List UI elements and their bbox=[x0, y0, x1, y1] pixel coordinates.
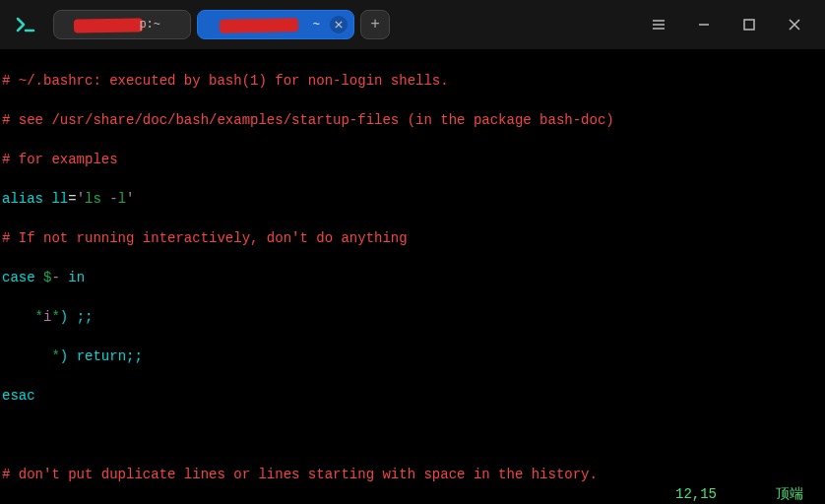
code-glob: * bbox=[51, 309, 59, 325]
code-semi: ;; bbox=[77, 309, 94, 325]
tab-suffix: p:~ bbox=[139, 18, 160, 32]
tab-inactive[interactable]: p:~ bbox=[53, 10, 191, 39]
menu-icon[interactable] bbox=[650, 16, 667, 33]
code-quote: ' bbox=[77, 191, 85, 207]
svg-rect-0 bbox=[744, 20, 754, 30]
code-keyword: esac bbox=[2, 388, 35, 404]
cursor-position: 12,15 bbox=[675, 484, 717, 504]
window-controls bbox=[650, 16, 817, 33]
code-keyword: case bbox=[2, 270, 35, 285]
code-op: = bbox=[68, 191, 76, 207]
tab-suffix: ~ bbox=[313, 18, 320, 32]
titlebar: p:~ ~ + bbox=[0, 0, 825, 49]
app-icon bbox=[8, 7, 43, 42]
plus-icon: + bbox=[370, 16, 380, 33]
code-paren: ) bbox=[60, 309, 68, 325]
tab-active[interactable]: ~ bbox=[197, 10, 354, 39]
code-comment: # see /usr/share/doc/bash/examples/start… bbox=[2, 112, 614, 128]
code-cmd: ls bbox=[85, 191, 101, 207]
tabs-container: p:~ ~ + bbox=[53, 10, 390, 39]
terminal-content[interactable]: # ~/.bashrc: executed by bash(1) for non… bbox=[0, 49, 825, 504]
code-text: - bbox=[101, 191, 118, 207]
code-comment: # ~/.bashrc: executed by bash(1) for non… bbox=[2, 73, 449, 89]
maximize-button[interactable] bbox=[740, 16, 758, 33]
minimize-button[interactable] bbox=[695, 16, 713, 33]
code-ident: ll bbox=[51, 191, 68, 207]
code-keyword: alias bbox=[2, 191, 43, 207]
code-keyword: return bbox=[77, 348, 126, 364]
code-glob: * bbox=[35, 309, 43, 325]
code-quote: ' bbox=[126, 191, 134, 207]
code-comment: # If not running interactively, don't do… bbox=[2, 230, 408, 246]
vim-statusbar: 12,15 顶端 bbox=[0, 484, 825, 504]
code-semi: ;; bbox=[126, 348, 143, 364]
code-op: - bbox=[51, 270, 59, 285]
code-flag: l bbox=[118, 191, 126, 207]
redacted-label bbox=[220, 18, 298, 32]
close-icon[interactable] bbox=[330, 16, 348, 33]
code-comment: # don't put duplicate lines or lines sta… bbox=[2, 467, 598, 482]
redacted-label bbox=[74, 18, 143, 32]
code-keyword: in bbox=[68, 270, 85, 285]
code-comment: # for examples bbox=[2, 152, 118, 167]
code-glob: * bbox=[51, 348, 59, 364]
code-paren: ) bbox=[60, 348, 68, 364]
new-tab-button[interactable]: + bbox=[360, 10, 390, 39]
close-button[interactable] bbox=[786, 16, 803, 33]
scroll-indicator: 顶端 bbox=[776, 484, 803, 504]
